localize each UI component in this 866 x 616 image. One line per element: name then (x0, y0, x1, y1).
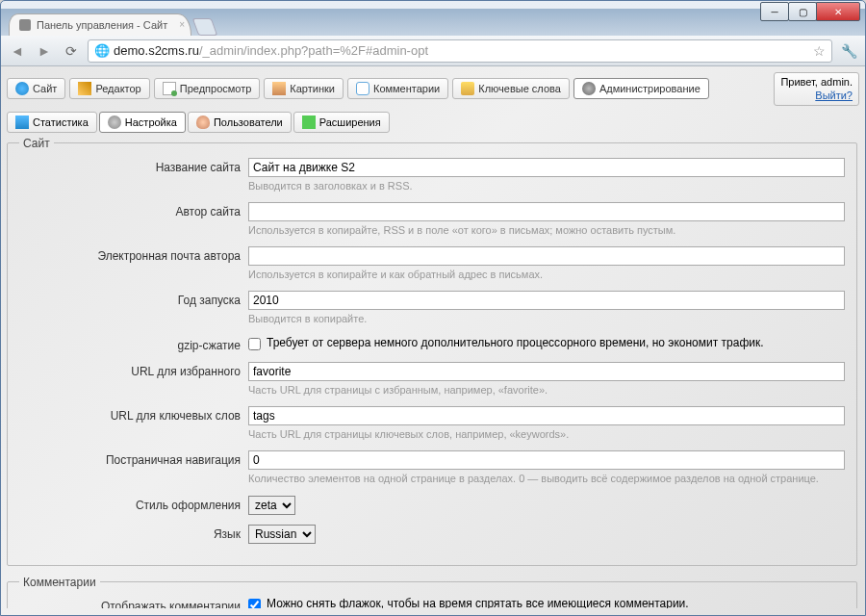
window-titlebar (1, 1, 865, 9)
hint-tags-url: Часть URL для страницы ключевых слов, на… (248, 427, 845, 441)
toolbar-admin-button[interactable]: Администрирование (573, 78, 709, 99)
input-fav-url[interactable] (248, 362, 845, 381)
url-input[interactable]: 🌐 demo.s2cms.ru/_admin/index.php?path=%2… (88, 39, 832, 63)
checkbox-gzip[interactable] (248, 338, 261, 350)
window-maximize-button[interactable]: ▢ (788, 2, 817, 21)
address-bar: ◄ ► ⟳ 🌐 demo.s2cms.ru/_admin/index.php?p… (1, 36, 865, 66)
label-gzip: gzip-сжатие (19, 336, 241, 352)
subtab-users[interactable]: Пользователи (188, 112, 292, 133)
hint-pagination: Количество элементов на одной странице в… (248, 472, 845, 485)
key-icon (461, 82, 474, 95)
desc-show-comments: Можно снять флажок, чтобы на время спрят… (267, 597, 689, 608)
back-button[interactable]: ◄ (7, 40, 28, 62)
window-minimize-button[interactable]: ─ (760, 2, 789, 21)
toolbar-site-button[interactable]: Сайт (7, 78, 65, 99)
label-site-name: Название сайта (19, 158, 241, 174)
label-author: Автор сайта (19, 202, 241, 218)
input-email[interactable] (248, 246, 845, 266)
globe-icon (15, 82, 29, 95)
page-content: Сайт Редактор Предпросмотр Картинки Комм… (1, 66, 865, 615)
toolbar-keywords-button[interactable]: Ключевые слова (452, 78, 570, 99)
images-icon (272, 82, 286, 95)
toolbar-editor-button[interactable]: Редактор (69, 78, 149, 99)
fieldset-comments: Комментарии Отображать комментарии Можно… (7, 576, 857, 608)
label: Администрирование (599, 83, 700, 94)
checkbox-show-comments[interactable] (248, 599, 261, 608)
logout-link[interactable]: Выйти? (815, 90, 853, 101)
toolbar-images-button[interactable]: Картинки (264, 78, 344, 99)
gear-icon (108, 116, 121, 129)
label: Пользователи (214, 116, 283, 128)
label-fav-url: URL для избранного (19, 362, 241, 378)
label: Расширения (319, 116, 381, 128)
label-year: Год запуска (19, 291, 241, 307)
toolbar-comments-button[interactable]: Комментарии (347, 78, 448, 99)
label-style: Стиль оформления (19, 496, 241, 512)
label: Статистика (33, 116, 89, 128)
label: Редактор (95, 83, 140, 94)
reload-button[interactable]: ⟳ (61, 40, 82, 62)
users-icon (196, 116, 210, 129)
bookmark-star-icon[interactable]: ☆ (813, 43, 826, 59)
settings-wrench-icon[interactable]: 🔧 (838, 43, 859, 59)
label-email: Электронная почта автора (19, 246, 241, 263)
label-pagination: Постраничная навигация (19, 450, 241, 467)
legend-comments: Комментарии (19, 576, 100, 589)
url-host: demo.s2cms.ru (114, 43, 199, 58)
select-lang[interactable]: Russian (248, 525, 316, 544)
label: Предпросмотр (180, 83, 252, 94)
pencil-icon (78, 82, 91, 95)
toolbar-preview-button[interactable]: Предпросмотр (154, 78, 261, 99)
url-path: /_admin/index.php?path=%2F#admin-opt (199, 43, 428, 58)
input-year[interactable] (248, 291, 845, 310)
subtab-settings[interactable]: Настройка (99, 112, 186, 133)
desc-gzip: Требует от сервера немного дополнительно… (267, 336, 764, 349)
label-tags-url: URL для ключевых слов (19, 406, 241, 423)
forward-button[interactable]: ► (34, 40, 55, 62)
hint-year: Выводится в копирайте. (248, 312, 845, 325)
user-greeting: Привет, admin. Выйти? (774, 72, 859, 106)
label: Ключевые слова (478, 83, 561, 94)
input-site-name[interactable] (248, 158, 845, 177)
label: Настройка (125, 116, 177, 128)
select-style[interactable]: zeta (248, 496, 295, 515)
label-lang: Язык (19, 525, 241, 541)
browser-tabstrip: Панель управления - Сайт × (1, 9, 865, 36)
input-author[interactable] (248, 202, 845, 221)
label: Картинки (290, 83, 335, 94)
hint-fav-url: Часть URL для страницы с избранным, напр… (248, 383, 845, 397)
comments-icon (356, 82, 369, 95)
input-tags-url[interactable] (248, 406, 845, 425)
sub-toolbar: Статистика Настройка Пользователи Расшир… (7, 112, 859, 133)
legend-site: Сайт (19, 137, 54, 150)
window-close-button[interactable]: ✕ (816, 2, 860, 21)
label: Сайт (33, 83, 57, 94)
browser-tab[interactable]: Панель управления - Сайт × (9, 13, 191, 36)
label: Комментарии (373, 83, 440, 94)
favicon-icon (19, 19, 31, 31)
tab-title: Панель управления - Сайт (37, 19, 167, 31)
admin-icon (582, 82, 596, 95)
subtab-extensions[interactable]: Расширения (293, 112, 390, 133)
hint-author: Используется в копирайте, RSS и в поле «… (248, 223, 845, 237)
tab-close-icon[interactable]: × (179, 19, 185, 30)
hint-site-name: Выводится в заголовках и в RSS. (248, 179, 845, 192)
globe-icon: 🌐 (94, 43, 110, 58)
subtab-stats[interactable]: Статистика (7, 112, 97, 133)
fieldset-site: Сайт Название сайта Выводится в заголовк… (7, 137, 857, 566)
greeting-text: Привет, admin. (780, 76, 853, 88)
new-tab-button[interactable] (192, 18, 218, 36)
label-show-comments: Отображать комментарии (19, 597, 241, 608)
input-pagination[interactable] (248, 450, 845, 470)
stats-icon (15, 116, 29, 129)
preview-icon (163, 82, 176, 95)
hint-email: Используется в копирайте и как обратный … (248, 268, 845, 281)
settings-scroll-area[interactable]: Сайт Название сайта Выводится в заголовк… (7, 137, 859, 608)
plugin-icon (302, 116, 316, 129)
main-toolbar: Сайт Редактор Предпросмотр Картинки Комм… (7, 72, 859, 106)
